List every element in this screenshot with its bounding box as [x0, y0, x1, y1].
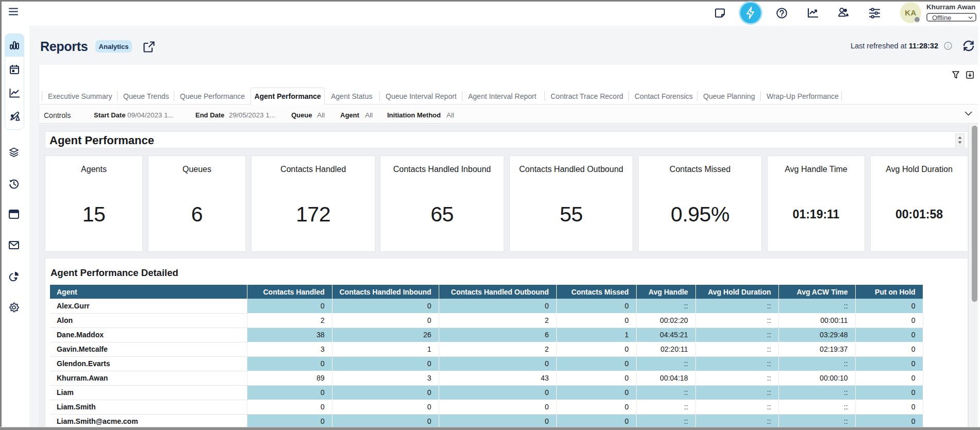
svg-text:i: i — [948, 44, 949, 49]
